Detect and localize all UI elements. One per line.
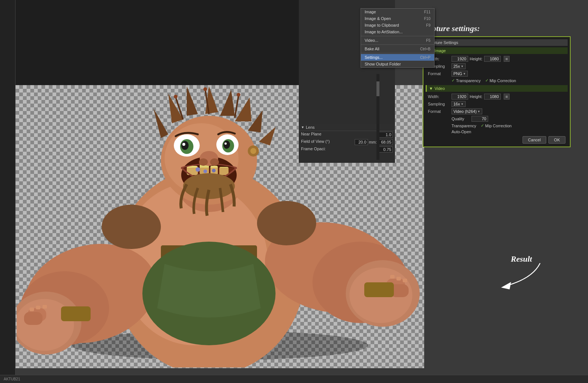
cs-video-height-label: Height: (470, 94, 483, 99)
capture-artstation-label: Image to ArtStation... (365, 30, 403, 34)
lens-header[interactable]: ▼ Lens (299, 124, 395, 131)
cs-transparency-check-group: ✓ Transparency (452, 78, 481, 83)
capture-video[interactable]: Video... F5 (361, 37, 434, 44)
fov-input[interactable] (355, 139, 368, 145)
capture-settings-shortcut: Ctrl+P (420, 56, 430, 60)
result-text: Result (510, 254, 532, 263)
cs-header: Capture Settings (426, 39, 568, 46)
panel-scrollbar[interactable] (376, 74, 379, 160)
cs-quality-input[interactable] (472, 116, 488, 122)
cs-transparency-checkmark: ✓ (452, 78, 455, 83)
frame-opacity-label: Frame Opaci: (301, 147, 326, 152)
cs-video-mip-checkmark: ✓ (481, 123, 484, 128)
cs-image-sampling: Sampling 25x (426, 63, 568, 70)
svg-point-34 (181, 141, 189, 150)
bottom-bar: AKTUB21 (0, 375, 588, 383)
cs-format-value: PNG (453, 71, 462, 76)
cs-image-dimensions: Width: Height: ≡ (426, 55, 568, 63)
capture-show-output[interactable]: Show Output Folder (361, 61, 434, 67)
cs-transparency-label: Transparency (456, 78, 481, 83)
cs-auto-open-row: Auto-Open (426, 129, 568, 135)
cs-video-mip-label: Mip Correction (485, 124, 512, 128)
cs-video-format-label: Format (428, 109, 450, 114)
svg-rect-58 (30, 308, 34, 311)
cs-image-label: Image (435, 48, 446, 53)
capture-video-shortcut: F5 (426, 38, 430, 43)
frame-opacity-input[interactable] (378, 147, 393, 152)
cs-video-label: Video (435, 86, 445, 91)
svg-point-57 (212, 169, 216, 172)
lens-section: ▼ Lens Near Plane Field of View (°) mm: … (299, 124, 395, 153)
near-plane-label: Near Plane (301, 132, 321, 138)
capture-image[interactable]: Image F11 (361, 9, 434, 15)
cs-width-input[interactable] (452, 56, 468, 62)
cs-sampling-value: 25x (453, 64, 460, 68)
cs-video-mip-group: ✓ Mip Correction (481, 123, 512, 128)
cs-video-dim-icon[interactable]: ≡ (504, 94, 510, 100)
capture-clipboard-shortcut: F9 (426, 23, 430, 27)
fov-value-group: mm: (355, 139, 393, 145)
near-plane-input[interactable] (378, 132, 393, 138)
svg-marker-20 (187, 86, 198, 116)
cs-mip-checkmark: ✓ (485, 78, 489, 83)
lens-triangle: ▼ (301, 125, 304, 129)
menu-sep3 (361, 53, 434, 53)
cs-format-dropdown[interactable]: PNG (452, 71, 468, 77)
svg-point-68 (203, 87, 207, 91)
svg-rect-60 (43, 305, 47, 309)
cs-video-sampling-label: Sampling (428, 102, 450, 106)
cs-video-section-header[interactable]: ▼ Video (426, 85, 568, 92)
capture-settings-panel: Capture Settings ▼ Image Width: Height: … (423, 36, 571, 147)
svg-marker-70 (501, 282, 511, 289)
cs-video-sampling: Sampling 16x (426, 100, 568, 108)
cs-height-input[interactable] (484, 56, 501, 62)
cs-sampling-dropdown[interactable]: 25x (452, 63, 466, 69)
capture-settings-menu-item[interactable]: Settings... Ctrl+P (361, 54, 434, 61)
capture-image-clipboard[interactable]: Image to Clipboard F9 (361, 22, 434, 28)
capture-image-open-label: Image & Open (365, 16, 391, 21)
cs-video-height-input[interactable] (484, 94, 501, 100)
capture-bake-all[interactable]: Bake All Ctrl+B (361, 46, 434, 52)
near-plane-row: Near Plane (299, 131, 395, 138)
cs-ok-button[interactable]: OK (548, 136, 565, 144)
capture-bake-label: Bake All (365, 47, 379, 51)
capture-image-shortcut: F11 (424, 10, 430, 14)
svg-point-67 (174, 95, 178, 98)
lens-label: Lens (306, 125, 315, 130)
frame-opacity-row: Frame Opaci: (299, 146, 395, 153)
cs-video-format-dropdown[interactable]: Video (h264) (452, 108, 482, 114)
cs-video-checkboxes: Transparency ✓ Mip Correction (426, 122, 568, 129)
svg-point-69 (237, 93, 240, 97)
capture-dropdown-menu: Image F11 Image & Open F10 Image to Clip… (361, 8, 435, 68)
cs-button-row: Cancel OK (426, 135, 568, 144)
svg-rect-61 (390, 275, 395, 279)
capture-output-label: Show Output Folder (365, 62, 401, 66)
cs-quality-label: Quality (452, 117, 470, 121)
svg-point-35 (182, 143, 185, 146)
capture-settings-title: Capture settings: (423, 24, 578, 33)
capture-settings-label: Settings... (365, 55, 383, 60)
svg-point-50 (102, 205, 161, 249)
svg-marker-22 (220, 90, 235, 116)
cs-format-label: Format (428, 71, 450, 76)
svg-marker-25 (259, 127, 276, 145)
cs-video-sampling-dropdown[interactable]: 16x (452, 101, 466, 107)
svg-rect-62 (396, 277, 401, 280)
capture-image-open[interactable]: Image & Open F10 (361, 15, 434, 22)
cs-video-width-input[interactable] (452, 94, 468, 100)
panel-scrollbar-thumb[interactable] (376, 81, 379, 96)
capture-video-label: Video... (365, 38, 378, 43)
cs-cancel-button[interactable]: Cancel (523, 136, 546, 144)
cs-video-dimensions: Width: Height: ≡ (426, 93, 568, 100)
result-annotation: Result (484, 252, 558, 298)
fov-mm-input[interactable] (378, 139, 393, 145)
cs-height-label: Height: (470, 57, 483, 61)
cs-video-transparency-label: Transparency (452, 124, 476, 128)
cs-image-section-header[interactable]: ▼ Image (426, 47, 568, 54)
capture-artstation[interactable]: Image to ArtStation... (361, 28, 434, 35)
capture-bake-shortcut: Ctrl+B (420, 47, 430, 51)
cs-dimension-icon[interactable]: ≡ (504, 56, 510, 62)
capture-image-open-shortcut: F10 (424, 17, 430, 21)
capture-settings-outer: Capture settings: Capture Settings ▼ Ima… (423, 24, 578, 147)
svg-point-38 (223, 141, 230, 149)
